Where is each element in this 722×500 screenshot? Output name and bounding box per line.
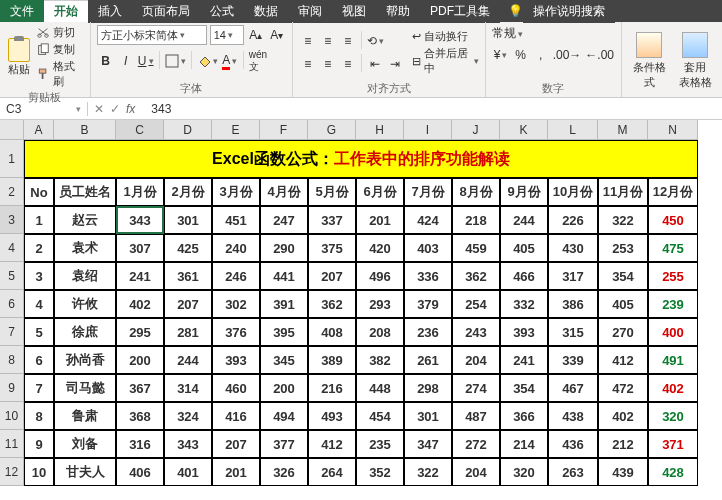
table-cell[interactable]: 339 (548, 346, 598, 374)
column-header[interactable]: J (452, 120, 500, 140)
table-cell[interactable]: 343 (164, 430, 212, 458)
font-size-combo[interactable]: 14 (210, 25, 244, 45)
column-header[interactable]: F (260, 120, 308, 140)
table-cell[interactable]: 247 (260, 206, 308, 234)
name-box[interactable]: C3▾ (0, 102, 88, 116)
worksheet-grid[interactable]: ABCDEFGHIJKLMN1Excel函数公式：工作表中的排序功能解读2No员… (0, 120, 722, 486)
formula-input[interactable]: 343 (147, 102, 722, 116)
table-cell[interactable]: 347 (404, 430, 452, 458)
column-header[interactable]: G (308, 120, 356, 140)
column-header[interactable]: I (404, 120, 452, 140)
table-cell[interactable]: 405 (500, 234, 548, 262)
tab-data[interactable]: 数据 (244, 0, 288, 23)
title-merged-cell[interactable]: Excel函数公式：工作表中的排序功能解读 (24, 140, 698, 178)
decrease-font-button[interactable]: A▾ (268, 25, 286, 45)
font-color-button[interactable]: A (221, 51, 239, 71)
table-cell[interactable]: 2 (24, 234, 54, 262)
table-cell[interactable]: 438 (548, 402, 598, 430)
bold-button[interactable]: B (97, 51, 115, 71)
table-cell[interactable]: 391 (260, 290, 308, 318)
table-cell[interactable]: 406 (116, 458, 164, 486)
table-cell[interactable]: 293 (356, 290, 404, 318)
table-header-cell[interactable]: 9月份 (500, 178, 548, 206)
table-cell[interactable]: 362 (452, 262, 500, 290)
table-cell[interactable]: 352 (356, 458, 404, 486)
table-cell[interactable]: 367 (116, 374, 164, 402)
table-cell[interactable]: 263 (548, 458, 598, 486)
currency-button[interactable]: ¥ (492, 45, 510, 65)
table-cell[interactable]: 201 (356, 206, 404, 234)
table-cell[interactable]: 1 (24, 206, 54, 234)
column-header[interactable]: B (54, 120, 116, 140)
tab-review[interactable]: 审阅 (288, 0, 332, 23)
increase-decimal-button[interactable]: .00→ (552, 45, 583, 65)
indent-decrease-button[interactable]: ⇤ (366, 54, 384, 74)
table-header-cell[interactable]: 5月份 (308, 178, 356, 206)
table-cell[interactable]: 272 (452, 430, 500, 458)
tab-help[interactable]: 帮助 (376, 0, 420, 23)
table-cell[interactable]: 255 (648, 262, 698, 290)
fx-icon[interactable]: fx (126, 102, 135, 116)
table-cell[interactable]: 386 (548, 290, 598, 318)
table-header-cell[interactable]: 员工姓名 (54, 178, 116, 206)
table-cell[interactable]: 307 (116, 234, 164, 262)
table-cell[interactable]: 405 (598, 290, 648, 318)
table-cell[interactable]: 354 (598, 262, 648, 290)
tab-view[interactable]: 视图 (332, 0, 376, 23)
table-cell[interactable]: 204 (452, 458, 500, 486)
column-header[interactable]: L (548, 120, 598, 140)
table-cell[interactable]: 368 (116, 402, 164, 430)
percent-button[interactable]: % (512, 45, 530, 65)
table-cell[interactable]: 345 (260, 346, 308, 374)
table-cell[interactable]: 441 (260, 262, 308, 290)
table-cell[interactable]: 240 (212, 234, 260, 262)
copy-button[interactable]: 复制 (36, 42, 83, 57)
table-cell[interactable]: 301 (404, 402, 452, 430)
table-cell[interactable]: 420 (356, 234, 404, 262)
table-cell[interactable]: 354 (500, 374, 548, 402)
table-cell[interactable]: 403 (404, 234, 452, 262)
table-cell[interactable]: 332 (500, 290, 548, 318)
table-cell[interactable]: 261 (404, 346, 452, 374)
table-cell[interactable]: 281 (164, 318, 212, 346)
table-cell[interactable]: 200 (116, 346, 164, 374)
table-header-cell[interactable]: 3月份 (212, 178, 260, 206)
table-cell[interactable]: 201 (212, 458, 260, 486)
table-cell[interactable]: 393 (212, 346, 260, 374)
table-cell[interactable]: 许攸 (54, 290, 116, 318)
table-cell[interactable]: 212 (598, 430, 648, 458)
confirm-icon[interactable]: ✓ (110, 102, 120, 116)
table-cell[interactable]: 475 (648, 234, 698, 262)
table-cell[interactable]: 218 (452, 206, 500, 234)
row-header[interactable]: 10 (0, 402, 24, 430)
table-header-cell[interactable]: 1月份 (116, 178, 164, 206)
align-top-button[interactable]: ≡ (299, 31, 317, 51)
italic-button[interactable]: I (117, 51, 135, 71)
align-bottom-button[interactable]: ≡ (339, 31, 357, 51)
table-header-cell[interactable]: 6月份 (356, 178, 404, 206)
table-cell[interactable]: 366 (500, 402, 548, 430)
table-cell[interactable]: 430 (548, 234, 598, 262)
paste-button[interactable]: 粘贴 (6, 38, 32, 77)
table-cell[interactable]: 393 (500, 318, 548, 346)
table-cell[interactable]: 200 (260, 374, 308, 402)
table-header-cell[interactable]: 7月份 (404, 178, 452, 206)
table-cell[interactable]: 491 (648, 346, 698, 374)
table-cell[interactable]: 赵云 (54, 206, 116, 234)
table-cell[interactable]: 451 (212, 206, 260, 234)
table-cell[interactable]: 316 (116, 430, 164, 458)
table-cell[interactable]: 425 (164, 234, 212, 262)
orientation-button[interactable]: ⟲ (366, 31, 385, 51)
table-header-cell[interactable]: 11月份 (598, 178, 648, 206)
table-cell[interactable]: 375 (308, 234, 356, 262)
table-header-cell[interactable]: 12月份 (648, 178, 698, 206)
table-cell[interactable]: 439 (598, 458, 648, 486)
table-header-cell[interactable]: 10月份 (548, 178, 598, 206)
table-cell[interactable]: 401 (164, 458, 212, 486)
table-cell[interactable]: 236 (404, 318, 452, 346)
table-cell[interactable]: 徐庶 (54, 318, 116, 346)
table-cell[interactable]: 9 (24, 430, 54, 458)
table-cell[interactable]: 402 (598, 402, 648, 430)
table-cell[interactable]: 322 (598, 206, 648, 234)
table-cell[interactable]: 241 (116, 262, 164, 290)
